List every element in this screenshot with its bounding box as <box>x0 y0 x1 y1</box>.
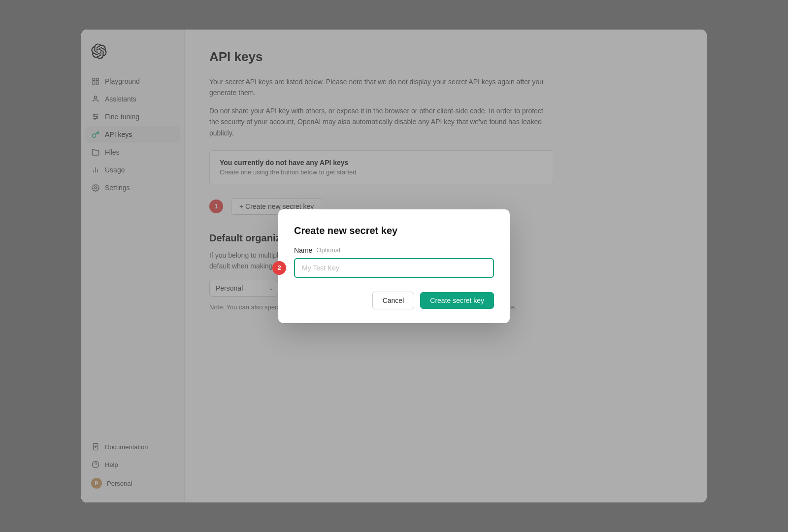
field-optional: Optional <box>316 246 340 254</box>
modal-field-label: Name Optional <box>294 246 494 254</box>
create-secret-key-modal: Create new secret key Name Optional 2 Ca… <box>278 209 510 323</box>
modal-actions: Cancel Create secret key <box>294 292 494 309</box>
modal-overlay: Create new secret key Name Optional 2 Ca… <box>81 30 707 502</box>
modal-input-wrapper: 2 <box>294 258 494 278</box>
field-label-name: Name <box>294 246 312 254</box>
app-window: Playground Assistants <box>81 30 707 502</box>
step-2-badge: 2 <box>272 261 286 275</box>
create-secret-key-button[interactable]: Create secret key <box>420 292 494 309</box>
cancel-button[interactable]: Cancel <box>372 292 415 309</box>
modal-title: Create new secret key <box>294 225 494 236</box>
key-name-input[interactable] <box>294 258 494 278</box>
